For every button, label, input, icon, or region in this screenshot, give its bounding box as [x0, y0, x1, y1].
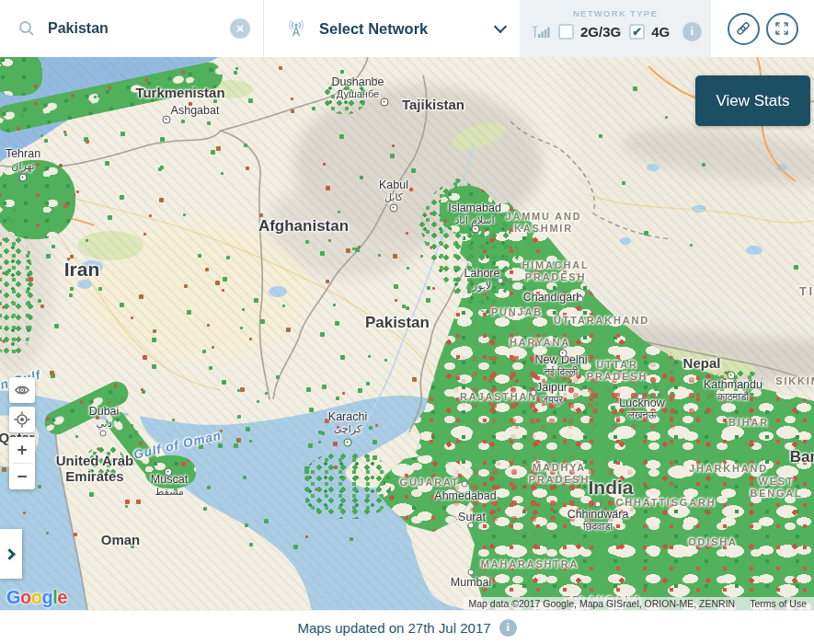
coverage-dot [203, 507, 207, 511]
coverage-dot [328, 239, 331, 242]
coverage-dot [131, 316, 133, 319]
marker-surat [468, 523, 475, 529]
eye-icon [14, 383, 30, 397]
coverage-dot [248, 98, 253, 103]
coverage-dot [432, 287, 435, 290]
coverage-dot [373, 440, 377, 444]
coverage-dot [174, 489, 178, 492]
coverage-dot [355, 247, 360, 252]
coverage-dot [276, 375, 280, 379]
clear-search-icon[interactable]: × [230, 18, 250, 39]
coverage-dot [406, 232, 408, 235]
attribution-text: Map data ©2017 Google, Mapa GISrael, ORI… [464, 597, 743, 610]
coverage-dot [309, 408, 314, 412]
marker-ashgabat [163, 116, 171, 124]
coverage-dot [199, 444, 203, 449]
coverage-tehran [0, 160, 75, 239]
coverage-dot [671, 392, 674, 396]
coverage-iran-west [0, 236, 33, 356]
coverage-uae-inland [86, 446, 124, 476]
marker-new-delhi [559, 350, 568, 358]
coverage-dot [658, 393, 661, 397]
expand-panel-button[interactable] [0, 529, 22, 579]
coverage-dot [136, 500, 141, 504]
coverage-dot [346, 248, 350, 253]
coverage-dot [89, 492, 94, 497]
marker-kathmandu [728, 372, 736, 380]
coverage-dot [286, 328, 291, 332]
marker-lucknow [637, 394, 644, 400]
google-logo[interactable]: Google [6, 587, 67, 608]
coverage-dot [52, 245, 55, 248]
coverage-dot [198, 254, 201, 258]
coverage-dot [207, 121, 211, 125]
coverage-dot [260, 319, 265, 324]
coverage-dot [649, 394, 652, 397]
network-select-label: Select Network [319, 20, 496, 38]
marker-chandigarh [578, 296, 584, 303]
zoom-out-button[interactable]: − [9, 464, 35, 489]
coverage-dot [70, 287, 74, 291]
network-type-option-4g[interactable]: 4G [629, 24, 670, 40]
coverage-dot [346, 86, 350, 90]
network-type-title: NETWORK TYPE [520, 8, 711, 18]
coverage-dot [222, 380, 226, 385]
marker-tehran [19, 174, 28, 182]
network-select-dropdown[interactable]: Select Network [264, 0, 520, 57]
topbar-actions [711, 0, 814, 57]
terms-of-use-link[interactable]: Terms of Use [742, 597, 814, 610]
marker-lahore [498, 278, 504, 284]
coverage-dot [320, 251, 325, 256]
coverage-dot [181, 462, 186, 466]
marker-dushanbe [381, 98, 389, 107]
coverage-dot [46, 532, 49, 535]
network-type-option-2g3g[interactable]: 2G/3G [558, 24, 621, 40]
coverage-dot [652, 395, 655, 397]
coverage-map[interactable]: View Stats + − Google Map [0, 57, 814, 610]
coverage-dot [59, 164, 63, 167]
coverage-dot [141, 388, 143, 391]
coverage-dot [181, 120, 185, 123]
marker-mumbai [468, 569, 475, 576]
coverage-dot [131, 545, 134, 548]
search-input[interactable] [46, 19, 230, 38]
coverage-dot [427, 286, 430, 290]
coverage-islamabad [440, 186, 493, 234]
coverage-dot [152, 338, 156, 342]
coverage-dot [326, 186, 330, 190]
coverage-dot [312, 107, 315, 110]
coverage-dot [213, 99, 217, 103]
coverage-dot [282, 305, 285, 307]
coverage-dot [257, 400, 259, 403]
coverage-dot [308, 443, 313, 448]
coverage-dot [143, 355, 147, 360]
coverage-dot [426, 298, 430, 303]
map-attribution: Map data ©2017 Google, Mapa GISrael, ORI… [464, 597, 814, 610]
view-stats-button[interactable]: View Stats [695, 75, 810, 126]
maps-updated-info-icon[interactable]: i [499, 619, 517, 637]
coverage-dot [326, 280, 329, 283]
coverage-dot [320, 332, 325, 337]
expand-icon [774, 20, 790, 37]
network-type-info-icon[interactable]: i [682, 22, 702, 41]
my-location-button[interactable] [9, 407, 35, 432]
coverage-dot [120, 195, 124, 200]
coverage-dot [158, 167, 162, 171]
fullscreen-button[interactable] [766, 13, 798, 45]
share-link-button[interactable] [728, 13, 760, 45]
checkbox-unchecked[interactable] [558, 24, 574, 40]
marker-muscat [165, 468, 173, 477]
coverage-dot [64, 133, 67, 136]
zoom-in-button[interactable]: + [9, 437, 35, 463]
checkbox-checked[interactable] [629, 24, 645, 40]
coverage-dot [409, 188, 413, 191]
coverage-dot [75, 435, 78, 438]
antenna-icon [286, 18, 306, 39]
toggle-overlay-button[interactable] [9, 377, 35, 403]
coverage-dot [350, 537, 353, 541]
coverage-dot [794, 265, 798, 270]
coverage-dot [153, 329, 156, 333]
coverage-dot [375, 78, 378, 81]
coverage-dot [407, 267, 409, 270]
coverage-dot [690, 244, 693, 247]
